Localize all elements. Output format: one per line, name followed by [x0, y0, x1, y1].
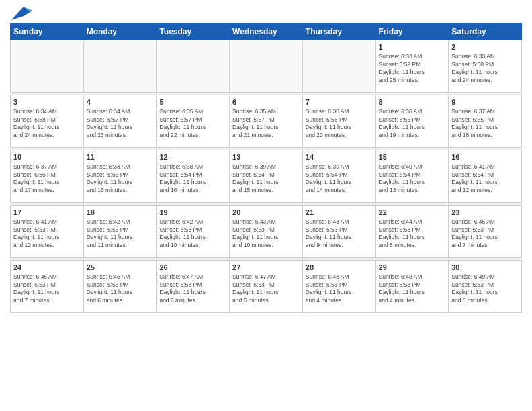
day-info: Sunrise: 6:33 AMSunset: 5:59 PMDaylight:…	[379, 53, 446, 84]
day-cell: 27Sunrise: 6:47 AMSunset: 5:53 PMDayligh…	[230, 261, 303, 313]
day-number: 28	[306, 263, 373, 272]
logo	[10, 7, 33, 17]
day-info: Sunrise: 6:48 AMSunset: 5:53 PMDaylight:…	[379, 273, 446, 304]
day-cell: 25Sunrise: 6:46 AMSunset: 5:53 PMDayligh…	[83, 261, 157, 313]
day-info: Sunrise: 6:34 AMSunset: 5:58 PMDaylight:…	[13, 108, 81, 139]
day-number: 29	[379, 263, 446, 272]
weekday-header-thursday: Thursday	[302, 24, 375, 40]
week-row-5: 24Sunrise: 6:45 AMSunset: 5:53 PMDayligh…	[11, 261, 522, 313]
day-number: 24	[13, 263, 81, 272]
day-info: Sunrise: 6:47 AMSunset: 5:53 PMDaylight:…	[159, 273, 226, 304]
day-number: 2	[451, 42, 519, 52]
day-info: Sunrise: 6:38 AMSunset: 5:55 PMDaylight:…	[87, 163, 154, 194]
day-number: 25	[87, 263, 154, 272]
week-row-4: 17Sunrise: 6:41 AMSunset: 5:53 PMDayligh…	[11, 205, 522, 258]
day-cell	[11, 40, 84, 93]
day-info: Sunrise: 6:47 AMSunset: 5:53 PMDaylight:…	[232, 273, 300, 304]
day-info: Sunrise: 6:48 AMSunset: 5:53 PMDaylight:…	[306, 273, 373, 304]
day-number: 19	[159, 208, 226, 217]
day-cell: 3Sunrise: 6:34 AMSunset: 5:58 PMDaylight…	[11, 95, 84, 148]
day-number: 17	[13, 208, 81, 217]
day-info: Sunrise: 6:49 AMSunset: 5:53 PMDaylight:…	[451, 273, 519, 304]
day-number: 26	[159, 263, 226, 272]
day-info: Sunrise: 6:37 AMSunset: 5:55 PMDaylight:…	[451, 108, 519, 139]
day-cell: 5Sunrise: 6:35 AMSunset: 5:57 PMDaylight…	[157, 95, 230, 148]
day-cell: 11Sunrise: 6:38 AMSunset: 5:55 PMDayligh…	[83, 150, 157, 203]
weekday-header-tuesday: Tuesday	[157, 24, 230, 40]
day-number: 6	[232, 97, 300, 107]
day-info: Sunrise: 6:42 AMSunset: 5:53 PMDaylight:…	[87, 218, 154, 249]
day-cell: 4Sunrise: 6:34 AMSunset: 5:57 PMDaylight…	[83, 95, 157, 148]
day-cell: 17Sunrise: 6:41 AMSunset: 5:53 PMDayligh…	[11, 205, 84, 258]
day-info: Sunrise: 6:34 AMSunset: 5:57 PMDaylight:…	[87, 108, 154, 139]
day-cell: 18Sunrise: 6:42 AMSunset: 5:53 PMDayligh…	[83, 205, 157, 258]
week-row-2: 3Sunrise: 6:34 AMSunset: 5:58 PMDaylight…	[11, 95, 522, 148]
day-cell	[157, 40, 230, 93]
day-cell	[83, 40, 157, 93]
day-cell: 28Sunrise: 6:48 AMSunset: 5:53 PMDayligh…	[302, 261, 375, 313]
day-number: 20	[232, 208, 300, 217]
day-number: 8	[379, 97, 446, 107]
day-number: 12	[159, 152, 226, 162]
day-info: Sunrise: 6:36 AMSunset: 5:56 PMDaylight:…	[306, 108, 373, 139]
day-cell: 24Sunrise: 6:45 AMSunset: 5:53 PMDayligh…	[11, 261, 84, 313]
day-info: Sunrise: 6:39 AMSunset: 5:54 PMDaylight:…	[232, 163, 300, 194]
header	[10, 7, 522, 17]
day-info: Sunrise: 6:41 AMSunset: 5:54 PMDaylight:…	[451, 163, 519, 194]
weekday-header-saturday: Saturday	[449, 24, 522, 40]
logo-icon	[11, 7, 33, 21]
day-cell: 9Sunrise: 6:37 AMSunset: 5:55 PMDaylight…	[449, 95, 522, 148]
day-cell: 22Sunrise: 6:44 AMSunset: 5:53 PMDayligh…	[375, 205, 449, 258]
weekday-header-row: SundayMondayTuesdayWednesdayThursdayFrid…	[11, 24, 522, 40]
day-cell: 19Sunrise: 6:42 AMSunset: 5:53 PMDayligh…	[157, 205, 230, 258]
day-number: 15	[379, 152, 446, 162]
day-number: 27	[232, 263, 300, 272]
weekday-header-wednesday: Wednesday	[230, 24, 303, 40]
day-cell: 8Sunrise: 6:36 AMSunset: 5:56 PMDaylight…	[375, 95, 449, 148]
day-info: Sunrise: 6:44 AMSunset: 5:53 PMDaylight:…	[379, 218, 446, 249]
day-info: Sunrise: 6:37 AMSunset: 5:55 PMDaylight:…	[13, 163, 81, 194]
week-row-1: 1Sunrise: 6:33 AMSunset: 5:59 PMDaylight…	[11, 40, 522, 93]
day-number: 7	[306, 97, 373, 107]
day-cell: 6Sunrise: 6:35 AMSunset: 5:57 PMDaylight…	[230, 95, 303, 148]
day-info: Sunrise: 6:40 AMSunset: 5:54 PMDaylight:…	[379, 163, 446, 194]
day-number: 14	[306, 152, 373, 162]
day-number: 11	[87, 152, 154, 162]
weekday-header-friday: Friday	[375, 24, 449, 40]
day-number: 18	[87, 208, 154, 217]
day-cell: 12Sunrise: 6:38 AMSunset: 5:54 PMDayligh…	[157, 150, 230, 203]
day-number: 5	[159, 97, 226, 107]
day-number: 23	[451, 208, 519, 217]
day-cell: 21Sunrise: 6:43 AMSunset: 5:53 PMDayligh…	[302, 205, 375, 258]
day-info: Sunrise: 6:39 AMSunset: 5:54 PMDaylight:…	[306, 163, 373, 194]
day-info: Sunrise: 6:42 AMSunset: 5:53 PMDaylight:…	[159, 218, 226, 249]
day-info: Sunrise: 6:33 AMSunset: 5:58 PMDaylight:…	[451, 53, 519, 84]
page: SundayMondayTuesdayWednesdayThursdayFrid…	[0, 0, 532, 411]
weekday-header-sunday: Sunday	[11, 24, 84, 40]
day-number: 13	[232, 152, 300, 162]
day-info: Sunrise: 6:35 AMSunset: 5:57 PMDaylight:…	[159, 108, 226, 139]
calendar: SundayMondayTuesdayWednesdayThursdayFrid…	[10, 23, 522, 313]
day-info: Sunrise: 6:35 AMSunset: 5:57 PMDaylight:…	[232, 108, 300, 139]
week-row-3: 10Sunrise: 6:37 AMSunset: 5:55 PMDayligh…	[11, 150, 522, 203]
day-number: 16	[451, 152, 519, 162]
day-cell: 13Sunrise: 6:39 AMSunset: 5:54 PMDayligh…	[230, 150, 303, 203]
day-info: Sunrise: 6:41 AMSunset: 5:53 PMDaylight:…	[13, 218, 81, 249]
day-cell: 26Sunrise: 6:47 AMSunset: 5:53 PMDayligh…	[157, 261, 230, 313]
day-cell: 10Sunrise: 6:37 AMSunset: 5:55 PMDayligh…	[11, 150, 84, 203]
day-info: Sunrise: 6:45 AMSunset: 5:53 PMDaylight:…	[451, 218, 519, 249]
day-number: 30	[451, 263, 519, 272]
day-cell	[230, 40, 303, 93]
day-info: Sunrise: 6:43 AMSunset: 5:53 PMDaylight:…	[232, 218, 300, 249]
day-cell: 1Sunrise: 6:33 AMSunset: 5:59 PMDaylight…	[375, 40, 449, 93]
day-cell: 23Sunrise: 6:45 AMSunset: 5:53 PMDayligh…	[449, 205, 522, 258]
day-info: Sunrise: 6:36 AMSunset: 5:56 PMDaylight:…	[379, 108, 446, 139]
day-cell: 30Sunrise: 6:49 AMSunset: 5:53 PMDayligh…	[449, 261, 522, 313]
day-number: 22	[379, 208, 446, 217]
day-cell: 15Sunrise: 6:40 AMSunset: 5:54 PMDayligh…	[375, 150, 449, 203]
day-number: 1	[379, 42, 446, 52]
day-info: Sunrise: 6:45 AMSunset: 5:53 PMDaylight:…	[13, 273, 81, 304]
day-info: Sunrise: 6:46 AMSunset: 5:53 PMDaylight:…	[87, 273, 154, 304]
day-cell: 20Sunrise: 6:43 AMSunset: 5:53 PMDayligh…	[230, 205, 303, 258]
day-number: 9	[451, 97, 519, 107]
